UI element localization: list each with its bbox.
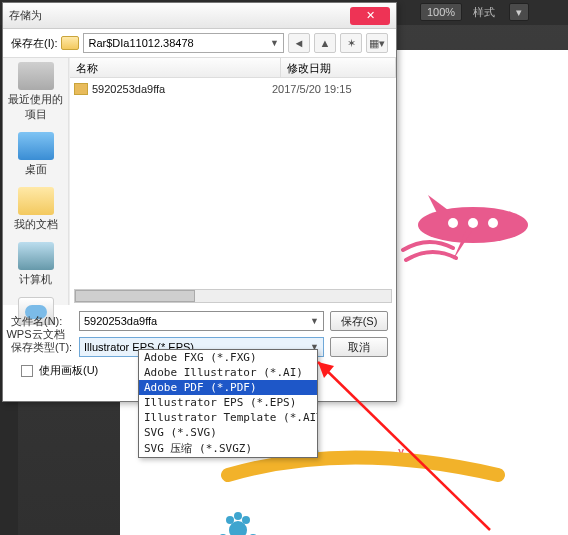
save-in-combo[interactable]: Rar$DIa11012.38478 ▼ — [83, 33, 284, 53]
up-button[interactable]: ▲ — [314, 33, 336, 53]
airplane-graphic — [398, 180, 548, 270]
newfolder-button[interactable]: ✶ — [340, 33, 362, 53]
save-in-value: Rar$DIa11012.38478 — [88, 37, 193, 49]
format-option[interactable]: Adobe Illustrator (*.AI) — [139, 365, 317, 380]
views-button[interactable]: ▦▾ — [366, 33, 388, 53]
col-date[interactable]: 修改日期 — [281, 58, 396, 77]
file-list-area[interactable]: 5920253da9ffa 2017/5/20 19:15 — [70, 78, 396, 305]
zoom-field[interactable]: 100% — [420, 3, 462, 21]
places-bar: 最近使用的项目 桌面 我的文档 计算机 WPS云文档 — [3, 58, 69, 305]
save-button[interactable]: 保存(S) — [330, 311, 388, 331]
filename-field[interactable]: 5920253da9ffa ▼ — [79, 311, 324, 331]
filename-label: 文件名(N): — [11, 314, 73, 329]
place-recent[interactable]: 最近使用的项目 — [3, 62, 68, 122]
format-option[interactable]: Adobe PDF (*.PDF) — [139, 380, 317, 395]
format-option[interactable]: SVG 压缩 (*.SVGZ) — [139, 440, 317, 457]
filename-value: 5920253da9ffa — [84, 315, 157, 327]
col-name[interactable]: 名称 — [70, 58, 281, 77]
chevron-down-icon: ▼ — [310, 316, 319, 326]
use-artboard-checkbox[interactable] — [21, 365, 33, 377]
svg-point-1 — [448, 218, 458, 228]
savetype-dropdown-list[interactable]: Adobe FXG (*.FXG)Adobe Illustrator (*.AI… — [138, 349, 318, 458]
svg-point-16 — [234, 512, 242, 520]
place-label: 最近使用的项目 — [3, 92, 68, 122]
place-desktop[interactable]: 桌面 — [3, 132, 68, 177]
style-menu[interactable]: 样式 — [467, 0, 501, 20]
format-option[interactable]: Adobe FXG (*.FXG) — [139, 350, 317, 365]
file-icon — [74, 83, 88, 95]
format-option[interactable]: Illustrator EPS (*.EPS) — [139, 395, 317, 410]
scrollbar-thumb[interactable] — [75, 290, 195, 302]
svg-point-2 — [468, 218, 478, 228]
cancel-button[interactable]: 取消 — [330, 337, 388, 357]
use-artboard-label: 使用画板(U) — [39, 363, 98, 378]
format-option[interactable]: Illustrator Template (*.AIT) — [139, 410, 317, 425]
dialog-title: 存储为 — [9, 8, 42, 23]
save-as-dialog: 存储为 ✕ 保存在(I): Rar$DIa11012.38478 ▼ ◄ ▲ ✶… — [2, 2, 397, 402]
save-in-row: 保存在(I): Rar$DIa11012.38478 ▼ ◄ ▲ ✶ ▦▾ — [3, 29, 396, 58]
style-dropdown[interactable]: ▾ — [509, 3, 529, 21]
savetype-label: 保存类型(T): — [11, 340, 73, 355]
list-item[interactable]: 5920253da9ffa 2017/5/20 19:15 — [74, 80, 392, 98]
file-date: 2017/5/20 19:15 — [272, 83, 392, 95]
place-label: 桌面 — [3, 162, 68, 177]
back-button[interactable]: ◄ — [288, 33, 310, 53]
h-scrollbar[interactable] — [74, 289, 392, 303]
format-option[interactable]: SVG (*.SVG) — [139, 425, 317, 440]
folder-icon — [61, 36, 79, 50]
file-list: 名称 修改日期 5920253da9ffa 2017/5/20 19:15 — [69, 58, 396, 305]
svg-point-3 — [488, 218, 498, 228]
close-icon[interactable]: ✕ — [350, 7, 390, 25]
place-label: 我的文档 — [3, 217, 68, 232]
svg-point-14 — [226, 516, 234, 524]
file-name: 5920253da9ffa — [92, 83, 272, 95]
svg-point-15 — [242, 516, 250, 524]
save-in-label: 保存在(I): — [11, 36, 57, 51]
place-mydocs[interactable]: 我的文档 — [3, 187, 68, 232]
place-label: 计算机 — [3, 272, 68, 287]
dialog-titlebar[interactable]: 存储为 ✕ — [3, 3, 396, 29]
column-headers[interactable]: 名称 修改日期 — [70, 58, 396, 78]
place-computer[interactable]: 计算机 — [3, 242, 68, 287]
chevron-down-icon: ▼ — [270, 38, 279, 48]
